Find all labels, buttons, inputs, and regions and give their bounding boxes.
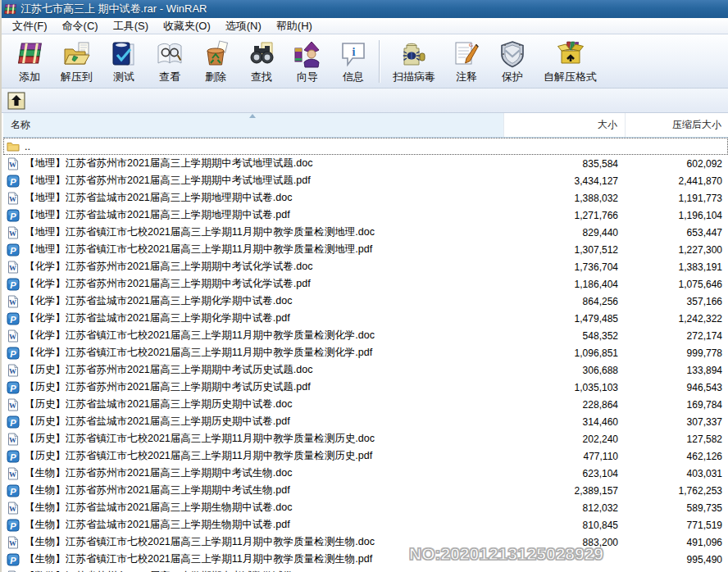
svg-text:W: W <box>9 367 16 375</box>
file-name: 【历史】江苏省镇江市七校2021届高三上学期11月期中教学质量检测历史.doc <box>25 432 375 446</box>
window-title: 江苏七市高三上 期中试卷.rar - WinRAR <box>20 2 207 16</box>
file-name: 【生物】江苏省镇江市七校2021届高三上学期11月期中教学质量检测生物.doc <box>25 535 375 549</box>
doc-icon: W <box>7 536 20 549</box>
file-size: 1,479,485 <box>504 313 626 325</box>
file-size: 835,584 <box>504 158 626 170</box>
file-list: 名称 大小 压缩后大小 .. W【地理】江苏省苏州市2021届高三上学期期中考试… <box>3 113 728 572</box>
up-one-level-button[interactable] <box>7 92 25 110</box>
sort-ascending-icon <box>249 114 256 118</box>
table-row[interactable]: W【地理】江苏省苏州市2021届高三上学期期中考试地理试题.doc 835,58… <box>3 155 728 172</box>
toolbar-button-12[interactable]: 自解压格式 <box>535 37 605 88</box>
column-header-packed[interactable]: 压缩后大小 <box>626 113 728 137</box>
table-row[interactable]: P【化学】江苏省苏州市2021届高三上学期期中考试化学试卷.pdf 1,186,… <box>3 275 728 293</box>
table-row[interactable]: W【历史】江苏省苏州市2021届高三上学期期中考试历史试题.doc 306,68… <box>3 361 728 379</box>
table-row[interactable]: W【地理】江苏省盐城市2021届高三上学期地理期中试卷.doc 1,388,03… <box>3 189 728 207</box>
menu-item[interactable]: 命令(C) <box>55 18 106 34</box>
toolbar-button-11[interactable]: 保护 <box>489 37 535 88</box>
file-name: .. <box>25 141 30 152</box>
doc-icon: W <box>7 329 20 343</box>
file-packed-size: 1,196,104 <box>626 210 728 221</box>
table-row[interactable]: P【地理】江苏省镇江市七校2021届高三上学期11月期中教学质量检测地理.pdf… <box>3 241 728 258</box>
file-packed-size: 307,337 <box>626 416 728 428</box>
svg-text:W: W <box>9 333 16 341</box>
extract-to-icon <box>62 39 92 69</box>
toolbar-button-5[interactable]: 删除 <box>193 37 239 88</box>
svg-text:P: P <box>10 245 16 255</box>
table-row[interactable]: P【生物】江苏省盐城市2021届高三上学期生物期中试卷.pdf 810,845 … <box>3 516 728 533</box>
file-packed-size: 133,894 <box>626 365 728 376</box>
table-row[interactable]: W【历史】江苏省盐城市2021届高三上学期历史期中试卷.doc 228,864 … <box>3 396 728 413</box>
table-row[interactable]: W【历史】江苏省镇江市七校2021届高三上学期11月期中教学质量检测历史.doc… <box>3 430 728 447</box>
table-row[interactable]: P【生物】江苏省镇江市七校2021届高三上学期11月期中教学质量检测生物.pdf… <box>3 551 728 568</box>
toolbar-button-10[interactable]: G 注释 <box>444 37 489 88</box>
toolbar-button-4[interactable]: 查看 <box>147 37 193 88</box>
menu-item[interactable]: 帮助(H) <box>269 18 320 34</box>
file-name: 【化学】江苏省苏州市2021届高三上学期期中考试化学试卷.pdf <box>25 277 311 291</box>
pdf-icon: P <box>7 243 20 256</box>
file-size: 306,688 <box>504 365 626 376</box>
table-row[interactable]: P【地理】江苏省苏州市2021届高三上学期期中考试地理试题.pdf 3,434,… <box>3 172 728 189</box>
table-row[interactable]: P【化学】江苏省盐城市2021届高三上学期化学期中试卷.pdf 1,479,48… <box>3 310 728 327</box>
svg-text:P: P <box>10 279 16 289</box>
file-size: 1,736,704 <box>504 261 626 273</box>
menu-item[interactable]: 收藏夹(O) <box>156 18 218 34</box>
doc-icon: W <box>7 364 20 377</box>
file-packed-size: 1,075,646 <box>626 279 728 290</box>
toolbar-button-7[interactable]: 向导 <box>284 37 330 88</box>
add-archive-icon <box>15 39 44 69</box>
file-size: 883,200 <box>504 537 626 548</box>
table-row[interactable]: W【化学】江苏省苏州市2021届高三上学期期中考试化学试卷.doc 1,736,… <box>3 258 728 275</box>
file-size: 864,256 <box>504 296 626 307</box>
file-packed-size: 491,096 <box>626 537 728 548</box>
table-row[interactable]: P【历史】江苏省盐城市2021届高三上学期历史期中试卷.pdf 314,460 … <box>3 413 728 430</box>
table-row[interactable]: P【生物】江苏省苏州市2021届高三上学期期中考试生物.pdf 2,389,15… <box>3 482 728 499</box>
toolbar-button-9[interactable]: 扫描病毒 <box>384 37 444 88</box>
file-name: 【历史】江苏省盐城市2021届高三上学期历史期中试卷.pdf <box>25 415 290 429</box>
menu-item[interactable]: 选项(N) <box>218 18 269 34</box>
toolbar-button-8[interactable]: i 信息 <box>330 37 376 88</box>
file-name: 【生物】江苏省镇江市七校2021届高三上学期11月期中教学质量检测生物.pdf <box>25 552 372 566</box>
toolbar-button-6[interactable]: 查找 <box>239 37 284 88</box>
file-packed-size: 1,191,773 <box>626 193 728 204</box>
table-row[interactable]: W【生物】江苏省盐城市2021届高三上学期生物期中试卷.doc 812,032 … <box>3 499 728 516</box>
file-size: 314,460 <box>504 416 626 428</box>
table-row[interactable]: P【历史】江苏省镇江市七校2021届高三上学期11月期中教学质量检测历史.pdf… <box>3 447 728 465</box>
file-packed-size: 653,447 <box>626 227 728 238</box>
file-size: 623,104 <box>504 468 626 479</box>
table-row[interactable]: W【地理】江苏省镇江市七校2021届高三上学期11月期中教学质量检测地理.doc… <box>3 224 728 241</box>
file-name: 【地理】江苏省镇江市七校2021届高三上学期11月期中教学质量检测地理.pdf <box>25 243 372 256</box>
table-row[interactable]: W【生物】江苏省苏州市2021届高三上学期期中考试生物.doc 623,104 … <box>3 465 728 482</box>
file-packed-size: 1,227,300 <box>626 244 728 256</box>
pdf-icon: P <box>7 519 20 532</box>
address-bar <box>2 89 728 113</box>
file-packed-size: 995,490 <box>626 554 728 565</box>
table-row[interactable]: P【地理】江苏省盐城市2021届高三上学期地理期中试卷.pdf 1,271,76… <box>3 207 728 224</box>
file-name: 【化学】江苏省镇江市七校2021届高三上学期11月期中教学质量检测化学.pdf <box>25 346 372 360</box>
table-row[interactable]: P【化学】江苏省镇江市七校2021届高三上学期11月期中教学质量检测化学.pdf… <box>3 344 728 361</box>
toolbar-button-2[interactable]: 解压到 <box>52 37 101 88</box>
pdf-icon: P <box>7 415 20 429</box>
table-row[interactable]: P【历史】江苏省苏州市2021届高三上学期期中考试历史试题.pdf 1,035,… <box>3 379 728 396</box>
menu-item[interactable]: 文件(F) <box>5 18 55 34</box>
file-size: 2,389,157 <box>504 485 626 497</box>
delete-icon <box>201 39 230 69</box>
svg-text:W: W <box>9 470 16 479</box>
table-row[interactable]: W【化学】江苏省镇江市七校2021届高三上学期11月期中教学质量检测化学.doc… <box>3 327 728 344</box>
svg-text:P: P <box>10 417 16 427</box>
toolbar-button-3[interactable]: 测试 <box>101 37 147 88</box>
table-row[interactable]: W【化学】江苏省盐城市2021届高三上学期化学期中试卷.doc 864,256 … <box>3 293 728 310</box>
pdf-icon: P <box>7 175 20 188</box>
svg-text:P: P <box>10 314 16 324</box>
virus-scan-icon <box>399 39 429 69</box>
table-row[interactable]: W【数学】江苏省苏州市2021届高三上学期期中考试数学试卷.doc <box>3 568 728 572</box>
toolbar-button-1[interactable]: 添加 <box>7 37 52 88</box>
table-row[interactable]: .. <box>3 138 728 155</box>
file-name: 【化学】江苏省苏州市2021届高三上学期期中考试化学试卷.doc <box>25 260 312 274</box>
file-packed-size: 357,166 <box>626 296 728 307</box>
svg-text:W: W <box>9 229 16 238</box>
doc-icon: W <box>7 433 20 446</box>
table-row[interactable]: W【生物】江苏省镇江市七校2021届高三上学期11月期中教学质量检测生物.doc… <box>3 533 728 551</box>
file-name: 【历史】江苏省盐城市2021届高三上学期历史期中试卷.doc <box>25 397 292 411</box>
menu-item[interactable]: 工具(S) <box>106 18 156 34</box>
column-header-size[interactable]: 大小 <box>504 113 626 137</box>
